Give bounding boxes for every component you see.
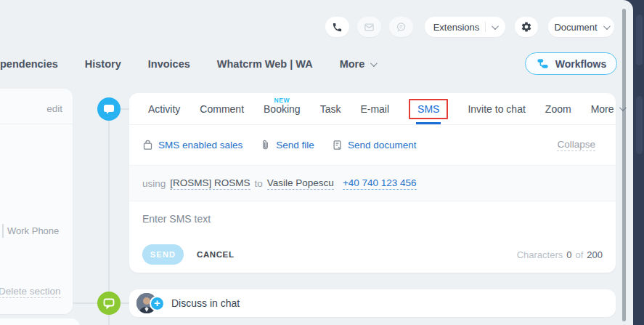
gear-icon xyxy=(521,21,532,33)
tab-comment[interactable]: Comment xyxy=(200,93,244,124)
plus-icon[interactable]: + xyxy=(150,296,165,311)
details-sidebar-card: edit Work Phone Delete section xyxy=(0,89,73,314)
chat-timeline-marker xyxy=(97,292,121,315)
timeline-connector xyxy=(73,302,97,304)
call-button[interactable] xyxy=(325,17,349,37)
vertical-scrollbar[interactable] xyxy=(622,9,626,321)
send-document-button[interactable]: Send document xyxy=(332,140,417,151)
nav-item-whatcrm[interactable]: Whatcrm Web | WA xyxy=(217,58,313,70)
tab-more[interactable]: More xyxy=(591,93,624,124)
extensions-dropdown[interactable]: Extensions xyxy=(425,17,505,37)
workflows-button[interactable]: Workflows xyxy=(525,52,617,75)
bag-icon xyxy=(142,140,153,151)
workflows-label: Workflows xyxy=(555,58,607,70)
tab-booking-label: Booking xyxy=(264,103,301,115)
send-file-button[interactable]: Send file xyxy=(260,140,314,151)
chat-bubble-icon xyxy=(103,103,115,115)
chevron-down-icon xyxy=(492,23,499,30)
settings-button[interactable] xyxy=(515,17,538,37)
edit-link[interactable]: edit xyxy=(46,103,62,114)
entity-nav: pendencies History Invoices Whatcrm Web … xyxy=(0,58,375,70)
collapse-link[interactable]: Collapse xyxy=(557,139,595,151)
active-tab-underline xyxy=(416,122,441,124)
timeline-connector xyxy=(121,108,129,110)
sms-composer-panel: Activity Comment NEW Booking Task E-mail… xyxy=(129,93,616,273)
rail-accent xyxy=(636,96,643,154)
document-icon xyxy=(332,140,343,151)
next-section-card xyxy=(0,318,80,325)
workflow-icon xyxy=(536,57,550,71)
field-divider xyxy=(2,224,4,238)
sms-toolbar: SMS enabled sales Send file Send documen… xyxy=(129,125,616,166)
work-phone-label: Work Phone xyxy=(7,225,59,236)
send-button[interactable]: SEND xyxy=(142,244,184,265)
delete-section-link[interactable]: Delete section xyxy=(0,286,61,298)
nav-item-more[interactable]: More xyxy=(340,58,376,70)
app-window: Extensions Document pendencies History I… xyxy=(0,0,644,325)
character-counter: Characters 0 of 200 xyxy=(517,249,603,260)
document-label: Document xyxy=(554,22,597,33)
tab-more-label: More xyxy=(591,103,614,115)
nav-item-dependencies[interactable]: pendencies xyxy=(0,58,58,70)
chat-bubble-icon xyxy=(103,297,115,309)
characters-max: 200 xyxy=(587,249,603,260)
timeline-connector xyxy=(121,302,129,304)
activity-tabs: Activity Comment NEW Booking Task E-mail… xyxy=(129,93,616,125)
sms-provider-button[interactable]: SMS enabled sales xyxy=(142,140,242,151)
sms-provider-label: SMS enabled sales xyxy=(158,140,242,151)
recipient-selector[interactable]: Vasile Popescu xyxy=(267,177,334,190)
characters-of: of xyxy=(575,249,583,260)
to-label: to xyxy=(255,178,263,189)
rail-accent xyxy=(636,15,643,65)
nav-item-history[interactable]: History xyxy=(85,58,121,70)
provider-selector[interactable]: [ROSMS] ROSMS xyxy=(170,177,250,190)
document-dropdown[interactable]: Document xyxy=(548,17,614,37)
mail-button[interactable] xyxy=(357,17,381,37)
recipient-phone-selector[interactable]: +40 740 123 456 xyxy=(343,177,417,190)
divider xyxy=(0,124,73,124)
sms-compose-area: Enter SMS text SEND CANCEL Characters 0 … xyxy=(129,201,616,272)
chevron-down-icon xyxy=(603,23,611,30)
sms-timeline-marker xyxy=(97,97,121,121)
mail-icon xyxy=(364,22,375,33)
tab-task[interactable]: Task xyxy=(320,93,341,124)
send-document-label: Send document xyxy=(348,140,417,151)
divider xyxy=(485,22,486,32)
nav-item-invoices[interactable]: Invoices xyxy=(148,58,190,70)
tab-invite-to-chat[interactable]: Invite to chat xyxy=(468,93,525,124)
chat-search-icon xyxy=(396,22,407,33)
chat-search-button[interactable] xyxy=(389,17,413,37)
discuss-in-chat-row[interactable]: + Discuss in chat xyxy=(129,289,616,317)
tab-sms[interactable]: SMS xyxy=(409,93,448,124)
sms-routing-row: using [ROSMS] ROSMS to Vasile Popescu +4… xyxy=(129,166,616,201)
tab-activity[interactable]: Activity xyxy=(148,93,180,124)
send-file-label: Send file xyxy=(276,140,314,151)
nav-more-label: More xyxy=(340,58,365,70)
discuss-in-chat-label: Discuss in chat xyxy=(171,297,240,309)
compose-actions: SEND CANCEL Characters 0 of 200 xyxy=(142,244,603,265)
new-badge: NEW xyxy=(274,97,290,104)
characters-count: 0 xyxy=(566,249,571,260)
paperclip-icon xyxy=(260,140,271,151)
characters-label: Characters xyxy=(517,249,563,260)
tab-booking[interactable]: NEW Booking xyxy=(264,93,301,124)
cancel-button[interactable]: CANCEL xyxy=(197,250,235,259)
using-label: using xyxy=(142,178,166,189)
tab-zoom[interactable]: Zoom xyxy=(545,93,571,124)
phone-icon xyxy=(332,22,343,33)
tab-email[interactable]: E-mail xyxy=(360,93,389,124)
extensions-label: Extensions xyxy=(433,22,480,33)
red-highlight-box: SMS xyxy=(409,99,448,119)
sms-text-input[interactable]: Enter SMS text xyxy=(142,213,211,225)
